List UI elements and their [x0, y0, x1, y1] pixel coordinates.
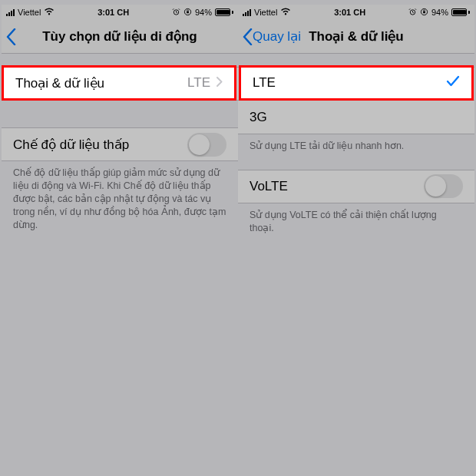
wifi-icon	[44, 8, 55, 17]
back-label: Quay lại	[253, 28, 301, 45]
alarm-icon	[408, 8, 417, 18]
nav-bar: Tùy chọn dữ liệu di động	[2, 20, 238, 54]
svg-rect-2	[187, 11, 189, 13]
chevron-right-icon	[217, 75, 223, 91]
status-time: 3:01 CH	[98, 8, 129, 17]
battery-icon	[451, 8, 470, 16]
low-data-mode-toggle[interactable]	[187, 133, 226, 157]
chevron-left-icon	[6, 28, 16, 45]
checkmark-icon	[446, 74, 460, 92]
back-button[interactable]	[6, 28, 16, 45]
signal-icon	[243, 9, 251, 16]
low-data-mode-footer: Chế độ dữ liệu thấp giúp giảm mức sử dụn…	[2, 161, 238, 231]
volte-footer: Sử dụng VoLTE có thể cải thiện chất lượn…	[238, 203, 474, 235]
volte-row[interactable]: VoLTE	[238, 170, 474, 203]
volte-label: VoLTE	[250, 179, 424, 194]
highlight-lte-option: LTE	[239, 65, 474, 101]
back-button[interactable]: Quay lại	[243, 28, 301, 45]
status-bar: Viettel 3:01 CH 94%	[2, 5, 238, 20]
orientation-lock-icon	[420, 8, 428, 18]
chevron-left-icon	[243, 28, 253, 45]
battery-percent: 94%	[431, 8, 448, 17]
battery-percent: 94%	[195, 8, 212, 17]
carrier-label: Viettel	[254, 8, 277, 17]
carrier-label: Viettel	[18, 8, 41, 17]
highlight-voice-data: Thoại & dữ liệu LTE	[2, 65, 236, 101]
wifi-icon	[280, 8, 291, 17]
alarm-icon	[172, 8, 180, 18]
page-title: Tùy chọn dữ liệu di động	[2, 28, 238, 45]
svg-rect-5	[423, 11, 425, 13]
signal-icon	[6, 9, 15, 16]
battery-icon	[215, 8, 233, 16]
status-bar: Viettel 3:01 CH 94%	[238, 5, 474, 20]
low-data-mode-row[interactable]: Chế độ dữ liệu thấp	[2, 127, 238, 161]
low-data-mode-label: Chế độ dữ liệu thấp	[13, 137, 187, 153]
orientation-lock-icon	[183, 8, 192, 18]
lte-footer: Sử dụng LTE tải dữ liệu nhanh hơn.	[238, 134, 474, 153]
volte-toggle[interactable]	[424, 174, 463, 198]
nav-bar: Quay lại Thoại & dữ liệu	[238, 20, 474, 54]
option-3g-row[interactable]: 3G	[238, 101, 474, 134]
option-3g-label: 3G	[250, 110, 463, 125]
status-time: 3:01 CH	[334, 8, 365, 17]
